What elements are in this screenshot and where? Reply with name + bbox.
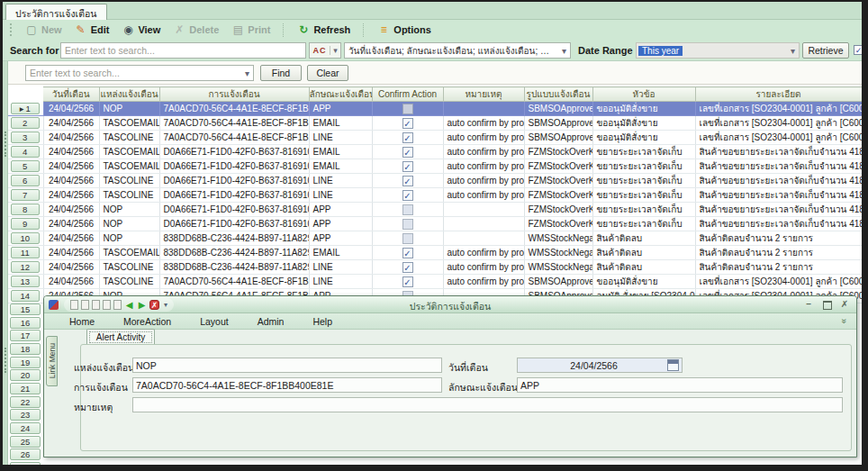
row-number-cell[interactable]: 8 [7, 203, 43, 217]
search-input[interactable] [60, 42, 306, 59]
row-number-button[interactable]: 15 [10, 303, 41, 315]
menu-home[interactable]: Home [69, 316, 95, 327]
edit-button[interactable]: Edit [75, 24, 110, 35]
table-row[interactable]: 1024/04/2566NOP838DD68B-C236-4424-B897-1… [7, 231, 862, 246]
table-row[interactable]: 1324/04/2566TASCOLINE7A0ACD70-56C4-4A1E-… [7, 275, 862, 289]
calendar-icon[interactable] [667, 359, 679, 371]
table-row[interactable]: ▸124/04/2566NOP7A0ACD70-56C4-4A1E-8ECF-8… [7, 102, 862, 116]
date-range-combo[interactable]: This year [636, 42, 800, 59]
row-number-button[interactable]: 23 [10, 409, 41, 421]
menu-moreaction[interactable]: MoreAction [123, 316, 171, 327]
table-row[interactable]: 1124/04/2566TASCOEMAIL838DD68B-C236-4424… [7, 246, 862, 260]
row-number-button[interactable]: 19 [10, 357, 41, 368]
column-header-3[interactable]: ลักษณะแจ้งเตือน [309, 87, 372, 102]
row-number-button[interactable]: 12 [11, 261, 40, 273]
row-number-cell[interactable]: 9 [7, 217, 43, 231]
confirm-checkbox[interactable] [402, 248, 413, 258]
table-row[interactable]: 824/04/2566NOPD0A66E71-F1D0-42F0-B637-81… [7, 203, 862, 217]
confirm-checkbox[interactable] [402, 161, 413, 172]
row-number-button[interactable]: 2 [11, 117, 40, 129]
row-number-cell[interactable]: 5 [7, 159, 43, 174]
confirm-checkbox[interactable] [402, 219, 413, 230]
row-number-cell[interactable]: 10 [7, 231, 43, 246]
column-header-6[interactable]: รูปแบบแจ้งเตือน [524, 87, 592, 102]
row-number-button[interactable]: 17 [10, 330, 41, 341]
row-number-button[interactable]: 25 [10, 436, 41, 448]
column-header-8[interactable]: รายละเอียด [695, 87, 862, 102]
date-field[interactable] [517, 358, 683, 373]
menu-admin[interactable]: Admin [258, 316, 285, 327]
all-checkbox[interactable] [854, 45, 863, 55]
notification-field[interactable] [132, 377, 442, 393]
close-button[interactable] [838, 299, 851, 310]
confirm-checkbox[interactable] [402, 147, 413, 158]
menu-help[interactable]: Help [312, 316, 332, 327]
ribbon-collapse-icon[interactable] [840, 319, 850, 324]
chevron-down-icon[interactable] [241, 68, 253, 78]
column-header-5[interactable]: หมายเหตุ [443, 87, 524, 102]
row-number-cell[interactable]: 7 [7, 188, 43, 203]
row-number-button[interactable]: 18 [10, 343, 41, 355]
find-input[interactable] [26, 66, 241, 80]
row-number-button[interactable]: 14 [11, 290, 40, 302]
row-number-button[interactable]: 16 [10, 317, 41, 329]
confirm-checkbox[interactable] [402, 176, 413, 186]
left-splitter[interactable] [3, 61, 8, 465]
table-row[interactable]: 524/04/2566TASCOEMAILD0A66E71-F1D0-42F0-… [7, 159, 862, 174]
row-number-button[interactable]: 24 [10, 422, 41, 434]
refresh-button[interactable]: Refresh [297, 24, 350, 35]
row-number-cell[interactable]: 11 [7, 246, 43, 260]
table-row[interactable]: 624/04/2566TASCOLINED0A66E71-F1D0-42F0-B… [7, 174, 862, 188]
row-number-button[interactable]: 27 [10, 462, 41, 471]
match-case-button[interactable]: AC [309, 42, 341, 59]
confirm-checkbox[interactable] [402, 132, 413, 143]
chevron-down-icon[interactable] [787, 46, 799, 56]
confirm-checkbox[interactable] [402, 104, 413, 114]
row-number-button[interactable]: 21 [10, 383, 41, 394]
options-button[interactable]: Options [377, 24, 431, 35]
chevron-down-icon[interactable] [558, 46, 570, 56]
confirm-checkbox[interactable] [402, 190, 413, 201]
row-number-button[interactable]: 20 [10, 369, 41, 381]
row-number-cell[interactable]: 14 [7, 289, 43, 303]
row-number-cell[interactable]: 6 [7, 174, 43, 188]
confirm-checkbox[interactable] [402, 262, 413, 273]
tab-notification-history[interactable]: ประวัติการแจ้งเตือน [5, 4, 107, 20]
confirm-checkbox[interactable] [402, 204, 413, 215]
source-field[interactable] [132, 358, 442, 373]
row-number-cell[interactable]: 12 [7, 260, 43, 275]
row-number-button[interactable]: 13 [11, 276, 40, 287]
row-number-cell[interactable]: 13 [7, 275, 43, 289]
table-row[interactable]: 224/04/2566TASCOEMAIL7A0ACD70-56C4-4A1E-… [7, 116, 862, 131]
find-button[interactable]: Find [260, 65, 302, 81]
table-row[interactable]: 724/04/2566TASCOLINED0A66E71-F1D0-42F0-B… [7, 188, 862, 203]
row-number-cell[interactable]: 3 [7, 131, 43, 145]
row-number-button[interactable]: 7 [11, 189, 40, 201]
chevron-down-icon[interactable] [330, 46, 340, 55]
column-header-4[interactable]: Confirm Action [372, 87, 443, 102]
table-row[interactable]: 924/04/2566NOPD0A66E71-F1D0-42F0-B637-81… [7, 217, 862, 231]
column-header-0[interactable]: วันที่เตือน [43, 87, 99, 102]
link-menu-tab[interactable]: Link Menu [46, 336, 58, 386]
row-number-button[interactable]: 5 [11, 160, 40, 172]
search-fields-combo[interactable]: วันที่แจ้งเตือน; ลักษณะแจ้งเตือน; แหล่งแ… [344, 42, 571, 59]
row-number-button[interactable]: 26 [10, 448, 41, 460]
tab-alert-activity[interactable]: Alert Activity [86, 329, 155, 345]
column-header-7[interactable]: หัวข้อ [592, 87, 695, 102]
minimize-button[interactable] [802, 299, 815, 310]
row-number-button[interactable]: 9 [11, 218, 40, 230]
row-number-button[interactable]: 3 [11, 131, 40, 143]
maximize-button[interactable] [820, 299, 833, 310]
row-number-cell[interactable]: 2 [7, 116, 43, 131]
confirm-checkbox[interactable] [402, 276, 413, 287]
clear-button[interactable]: Clear [307, 65, 348, 81]
row-number-button[interactable]: ▸1 [11, 103, 40, 114]
confirm-checkbox[interactable] [402, 118, 413, 129]
table-row[interactable]: 424/04/2566TASCOEMAILD0A66E71-F1D0-42F0-… [7, 145, 862, 159]
row-number-button[interactable]: 8 [11, 204, 40, 215]
table-row[interactable]: 324/04/2566TASCOLINE7A0ACD70-56C4-4A1E-8… [7, 131, 862, 145]
table-row[interactable]: 1224/04/2566TASCOLINE838DD68B-C236-4424-… [7, 260, 862, 275]
row-number-button[interactable]: 22 [10, 396, 41, 408]
row-number-cell[interactable]: 4 [7, 145, 43, 159]
type-field[interactable] [517, 377, 843, 393]
